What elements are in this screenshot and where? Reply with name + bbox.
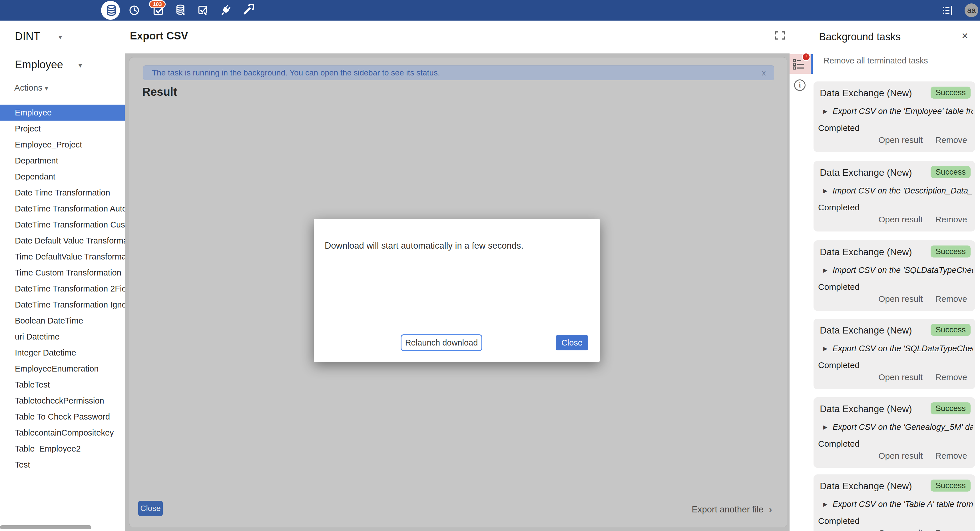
download-modal: Download will start automatically in a f…: [314, 219, 600, 362]
sidebar-item[interactable]: Integer Datetime: [0, 344, 125, 361]
fullscreen-icon: [775, 31, 786, 40]
table-list: Employee Project Employee_Project Depart…: [0, 105, 125, 473]
remove-link[interactable]: Remove: [935, 372, 967, 382]
open-result-link[interactable]: Open result: [878, 135, 923, 145]
sidebar-item[interactable]: Table_Employee2: [0, 441, 125, 457]
remove-link[interactable]: Remove: [935, 215, 967, 224]
sidebar-item[interactable]: DateTime Transformation 2Fields: [0, 281, 125, 297]
disclosure-icon[interactable]: ▶: [823, 108, 827, 115]
open-result-link[interactable]: Open result: [878, 451, 923, 461]
task-state: Completed: [818, 282, 859, 292]
disclosure-icon[interactable]: ▶: [823, 424, 827, 431]
task-description: Import CSV on the 'SQLDataTypeCheck...: [833, 266, 973, 275]
task-title: Data Exchange (New): [820, 88, 912, 99]
close-panel-icon[interactable]: ×: [962, 30, 968, 42]
open-result-link[interactable]: Open result: [878, 372, 923, 382]
disclosure-icon[interactable]: ▶: [823, 267, 827, 274]
task-title: Data Exchange (New): [820, 247, 912, 257]
export-another-label: Export another file: [692, 504, 764, 515]
sidebar-item[interactable]: TableTest: [0, 377, 125, 393]
task-description: Export CSV on the 'Genealogy_5M' dat...: [833, 423, 973, 432]
close-page-button[interactable]: Close: [138, 501, 163, 516]
task-card: Data Exchange (New) Success ▶Import CSV …: [813, 240, 975, 311]
background-tasks-toggle[interactable]: [939, 2, 955, 18]
top-bar: 103: [0, 0, 980, 21]
sidebar-rail: ! i: [789, 21, 813, 531]
modal-close-button[interactable]: Close: [556, 335, 588, 350]
info-icon[interactable]: i: [794, 80, 805, 91]
sidebar-item-employee[interactable]: Employee: [0, 105, 125, 121]
task-title: Data Exchange (New): [820, 167, 912, 178]
background-tasks-panel: Background tasks × Remove all terminated…: [813, 21, 980, 531]
sidebar-item[interactable]: TabletocheckPermission: [0, 393, 125, 409]
notification-close-icon[interactable]: x: [762, 68, 766, 77]
wrench-icon: [242, 4, 254, 17]
sidebar-item[interactable]: Dependant: [0, 169, 125, 185]
sidebar-item[interactable]: DateTime Transformation Custom: [0, 217, 125, 233]
open-result-link[interactable]: Open result: [878, 215, 923, 224]
horizontal-scrollbar[interactable]: [0, 525, 91, 529]
sidebar-item[interactable]: uri Datetime: [0, 328, 125, 344]
open-result-link[interactable]: Open result: [878, 294, 923, 304]
task-description: Export CSV on the 'Employee' table fro..…: [833, 107, 973, 116]
database-edit-icon: [175, 4, 188, 17]
chevron-down-icon: ▾: [59, 33, 62, 41]
plug-icon: [219, 4, 232, 17]
history-nav-icon[interactable]: [126, 2, 142, 18]
clock-icon: [128, 4, 140, 16]
sidebar-item[interactable]: EmployeeEnumeration: [0, 361, 125, 377]
result-heading: Result: [142, 85, 177, 98]
panel-list-icon: [941, 5, 954, 16]
sidebar-item[interactable]: Table To Check Password: [0, 409, 125, 425]
avatar[interactable]: aa: [964, 3, 978, 17]
remove-all-terminated-button[interactable]: Remove all terminated tasks: [824, 56, 928, 65]
remove-link[interactable]: Remove: [935, 528, 967, 531]
sidebar-item[interactable]: Date Default Value Transformation: [0, 233, 125, 249]
sidebar-item[interactable]: Department: [0, 153, 125, 169]
task-state: Completed: [818, 123, 859, 133]
data-edit-nav-icon[interactable]: [173, 2, 189, 18]
relaunch-download-button[interactable]: Relaunch download: [401, 334, 482, 351]
sidebar-item[interactable]: Employee_Project: [0, 137, 125, 153]
task-card: Data Exchange (New) Success ▶Export CSV …: [813, 474, 975, 531]
active-tab-indicator: [811, 54, 813, 74]
export-another-file-link[interactable]: Export another file ›: [658, 503, 772, 516]
sidebar-item[interactable]: TablecontainCompositekey: [0, 425, 125, 441]
left-sidebar: DINT ▾ Employee ▾ Actions ▾ Employee Pro…: [0, 21, 125, 531]
task-count-badge: 103: [149, 0, 165, 8]
database-nav-icon[interactable]: [103, 2, 119, 18]
sidebar-item[interactable]: Test: [0, 457, 125, 473]
connections-nav-icon[interactable]: [218, 2, 234, 18]
task-card: Data Exchange (New) Success ▶Export CSV …: [813, 81, 975, 152]
task-description: Import CSV on the 'Description_Data_1...: [833, 186, 973, 196]
disclosure-icon[interactable]: ▶: [823, 501, 827, 507]
entity-dropdown[interactable]: Employee: [15, 59, 63, 71]
task-card: Data Exchange (New) Success ▶Export CSV …: [813, 319, 975, 389]
sidebar-item[interactable]: Time Custom Transformation: [0, 265, 125, 281]
chevron-right-icon: ›: [769, 505, 772, 514]
sidebar-item[interactable]: DateTime Transformation Ignored: [0, 297, 125, 313]
task-title: Data Exchange (New): [820, 403, 912, 415]
status-badge: Success: [931, 166, 970, 178]
status-badge: Success: [931, 324, 970, 336]
remove-link[interactable]: Remove: [935, 294, 967, 304]
download-message: Download will start automatically in a f…: [325, 241, 523, 251]
main-header: Export CSV ?: [125, 21, 789, 53]
fullscreen-button[interactable]: [775, 31, 786, 40]
workspace-dropdown[interactable]: DINT: [15, 30, 40, 43]
remove-link[interactable]: Remove: [935, 451, 967, 461]
disclosure-icon[interactable]: ▶: [823, 345, 827, 352]
sidebar-item[interactable]: Time DefaultValue Transformation: [0, 249, 125, 265]
sidebar-item[interactable]: DateTime Transformation Automatic: [0, 201, 125, 217]
disclosure-icon[interactable]: ▶: [823, 188, 827, 194]
remove-link[interactable]: Remove: [935, 135, 967, 145]
actions-menu[interactable]: Actions ▾: [14, 83, 48, 92]
sidebar-item[interactable]: Project: [0, 121, 125, 137]
settings-nav-icon[interactable]: [240, 2, 256, 18]
task-edit-nav-icon[interactable]: [195, 2, 211, 18]
status-badge: Success: [931, 402, 970, 415]
chevron-down-icon: ▾: [78, 61, 82, 69]
sidebar-item[interactable]: Boolean DateTime: [0, 313, 125, 328]
open-result-link[interactable]: Open result: [878, 528, 923, 531]
sidebar-item[interactable]: Date Time Transformation: [0, 185, 125, 201]
